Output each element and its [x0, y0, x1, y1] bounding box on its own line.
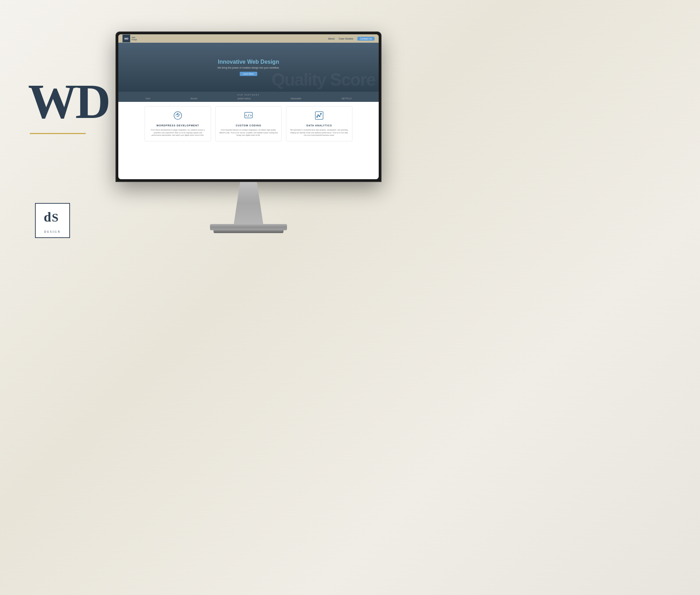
nav-logo-area: WD WebDesign: [122, 35, 137, 42]
wordpress-title: WORDPRESS DEVELOPMENT: [148, 124, 207, 127]
screen-content: WD WebDesign About Case Studies Contact …: [118, 34, 379, 179]
hero-section: Quality Score Innovative Web Design We b…: [118, 43, 379, 92]
partners-section: OUR PARTNERS Vine finclex [adult swim] M…: [118, 92, 379, 102]
partner-finclex: finclex: [190, 97, 197, 100]
wordpress-desc: From theme development to plugin integra…: [148, 129, 207, 137]
monitor-display: WD WebDesign About Case Studies Contact …: [115, 31, 388, 233]
service-card-custom-coding: CUSTOM CODING From bespoke features to c…: [215, 106, 282, 141]
monitor-stand-neck: [227, 182, 270, 224]
nav-links-area: About Case Studies Contact Us: [328, 37, 374, 41]
partner-adult-swim: [adult swim]: [238, 97, 251, 100]
service-card-wordpress: WORDPRESS DEVELOPMENT From theme develop…: [145, 106, 211, 141]
partner-mashable: Mashable: [291, 97, 301, 100]
svg-point-7: [318, 115, 319, 116]
design-logo-initials: d S: [42, 208, 63, 230]
partners-label: OUR PARTNERS: [125, 94, 372, 96]
website-navbar: WD WebDesign About Case Studies Contact …: [118, 34, 379, 43]
gold-divider: [30, 133, 86, 134]
custom-coding-icon: [219, 111, 278, 122]
nav-logo-letters: WD: [124, 37, 128, 40]
partner-vine: Vine: [145, 97, 150, 100]
monitor-neck: [115, 182, 382, 224]
monitor-stand-feet: [115, 230, 382, 233]
design-label-text: DESIGN: [44, 230, 61, 233]
hero-title: Innovative Web Design: [218, 59, 279, 65]
partners-logos-row: Vine finclex [adult swim] Mashable NETFL…: [125, 97, 372, 100]
data-analytics-icon: [290, 111, 349, 122]
nav-contact-button[interactable]: Contact Us: [357, 37, 374, 41]
svg-point-8: [319, 116, 320, 117]
data-analytics-title: DATA ANALYTICS: [290, 124, 349, 127]
learn-more-button[interactable]: Learn More: [240, 72, 258, 76]
monitor-base-plate: [210, 224, 287, 230]
svg-text:d: d: [44, 210, 51, 224]
nav-logo-box: WD: [122, 35, 130, 42]
monitor-feet-plate: [214, 230, 284, 233]
svg-point-2: [174, 112, 182, 119]
partner-netflix: NETFLIX: [342, 97, 352, 100]
data-analytics-desc: We specialize in comprehensive data anal…: [290, 129, 349, 137]
hero-bg-text: Quality Score: [272, 70, 375, 90]
nav-about-link[interactable]: About: [328, 37, 334, 40]
services-section: WORDPRESS DEVELOPMENT From theme develop…: [118, 102, 379, 146]
custom-coding-title: CUSTOM CODING: [219, 124, 278, 127]
monitor-stand-base: [115, 224, 382, 230]
brand-area: WD: [28, 77, 109, 134]
design-logo-badge: d S DESIGN: [35, 203, 70, 238]
hero-subtitle: We bring the power of creative design in…: [218, 66, 280, 69]
svg-point-9: [321, 113, 322, 114]
svg-point-3: [177, 113, 178, 114]
nav-logo-subtext: WebDesign: [132, 36, 137, 41]
svg-text:S: S: [52, 211, 58, 224]
wordpress-icon: [148, 111, 207, 122]
wd-logo-text: WD: [28, 77, 109, 126]
nav-casestudies-link[interactable]: Case Studies: [339, 37, 354, 40]
service-card-data-analytics: DATA ANALYTICS We specialize in comprehe…: [286, 106, 352, 141]
monitor-screen-bezel: WD WebDesign About Case Studies Contact …: [115, 31, 382, 182]
custom-coding-desc: From bespoke features to complex integra…: [219, 129, 278, 137]
svg-point-6: [317, 117, 318, 118]
